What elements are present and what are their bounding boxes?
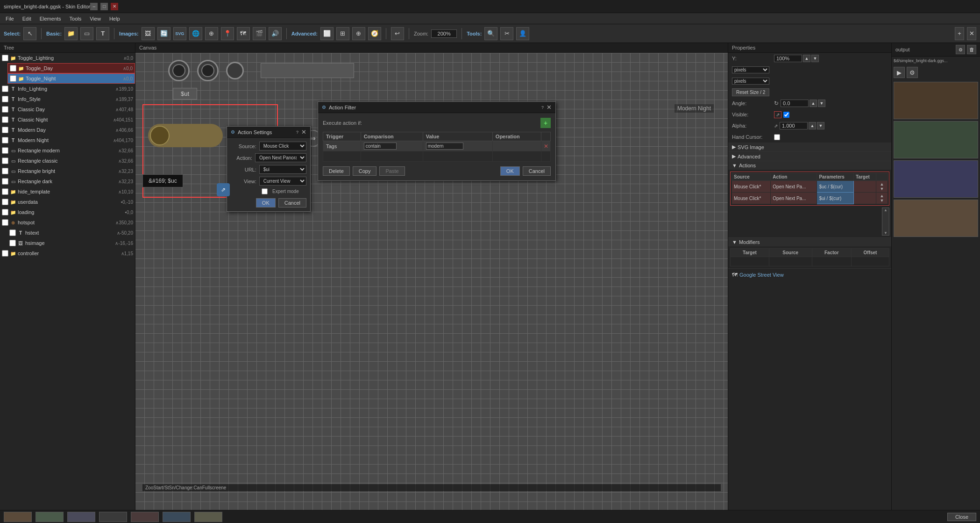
tree-checkbox-5[interactable]: [2, 96, 8, 102]
prop-angle-down[interactable]: ▼: [818, 100, 825, 107]
tree-item-classic-night[interactable]: T Classic Night ∧404,151: [0, 115, 135, 125]
tree-item-hsimage[interactable]: 🖼 hsimage ∧-16,-16: [7, 238, 135, 248]
tree-checkbox-16[interactable]: [2, 209, 8, 215]
action-settings-close[interactable]: ✕: [301, 129, 306, 136]
bottom-thumb-6[interactable]: [163, 512, 191, 522]
close-button[interactable]: ✕: [111, 3, 118, 10]
close-button-bottom[interactable]: Close: [947, 513, 976, 521]
action-settings-ok[interactable]: OK: [256, 198, 276, 208]
output-thumb-1[interactable]: [894, 82, 978, 119]
action-row-1[interactable]: Mouse Click* Open Next Pa... $uc / $(cur…: [732, 181, 888, 193]
tree-checkbox-20[interactable]: [2, 250, 8, 257]
output-thumb-4[interactable]: [894, 200, 978, 237]
tree-checkbox-18[interactable]: [9, 229, 16, 236]
output-trash-button[interactable]: 🗑: [967, 45, 976, 54]
prop-angle-input[interactable]: [781, 100, 809, 107]
bottom-thumb-7[interactable]: [194, 512, 222, 522]
adv-btn4[interactable]: 🧭: [368, 27, 381, 40]
far-btn1[interactable]: +: [955, 27, 964, 40]
filter-delete-button[interactable]: Delete: [323, 166, 350, 176]
prop-angle-up[interactable]: ▲: [810, 100, 817, 107]
output-gear-button[interactable]: ⚙: [907, 67, 918, 78]
pixels-select-2[interactable]: pixels: [732, 78, 769, 85]
tools-person-button[interactable]: 👤: [516, 27, 529, 40]
tree-checkbox-12[interactable]: [2, 168, 8, 174]
tree-item-controller[interactable]: 📁 controller ∧1,15: [0, 248, 135, 258]
filter-paste-button[interactable]: Paste: [379, 166, 405, 176]
basic-rect-button[interactable]: ▭: [80, 27, 93, 40]
action-settings-cancel[interactable]: Cancel: [278, 198, 306, 208]
pin-button[interactable]: 📍: [221, 27, 234, 40]
tree-item-toggle-lighting[interactable]: 📁 Toggle_Lighting ∧0,0: [0, 53, 135, 63]
tree-item-toggle-night[interactable]: 📁 Toggle_Night ∧0,0: [7, 73, 135, 84]
tree-item-rect-modern[interactable]: ▭ Rectangle modern ∧32,66: [0, 145, 135, 156]
share-button[interactable]: ⇗: [217, 183, 230, 196]
tree-checkbox-3[interactable]: [10, 75, 16, 82]
tree-checkbox-19[interactable]: [9, 240, 16, 246]
tree-item-rect-bright[interactable]: ▭ Rectangle bright ∧32,23: [0, 166, 135, 176]
source-select[interactable]: Mouse Click: [259, 142, 306, 150]
svg-image-header[interactable]: ▶ SVG Image: [728, 143, 891, 151]
tree-item-info-lighting[interactable]: T Info_Lighting ∧189,10: [0, 84, 135, 94]
tree-item-modern-night[interactable]: T Modern Night ∧404,170: [0, 135, 135, 145]
tree-checkbox-2[interactable]: [10, 65, 16, 72]
prop-alpha-input[interactable]: [780, 122, 808, 129]
image-button[interactable]: 🖼: [142, 27, 155, 40]
menu-view[interactable]: View: [86, 15, 105, 22]
bottom-thumb-4[interactable]: [99, 512, 127, 522]
prop-visible-checkbox[interactable]: [783, 112, 789, 118]
action-settings-header[interactable]: ⚙ Action Settings ? ✕: [227, 127, 310, 138]
tree-checkbox-14[interactable]: [2, 188, 8, 195]
tools-search-button[interactable]: 🔍: [484, 27, 497, 40]
filter-help-button[interactable]: ?: [541, 105, 544, 110]
bottom-thumb-3[interactable]: [67, 512, 95, 522]
filter-cancel-button[interactable]: Cancel: [523, 166, 551, 176]
prop-y-down[interactable]: ▼: [811, 55, 819, 62]
google-street-view-link[interactable]: Google Street View: [739, 272, 784, 278]
tree-checkbox-4[interactable]: [2, 86, 8, 92]
action-row1-up[interactable]: ▲: [878, 182, 886, 186]
film-button[interactable]: 🎬: [253, 27, 266, 40]
toggle-pill[interactable]: [148, 124, 223, 147]
tree-item-userdata[interactable]: 📁 userdata •0,-10: [0, 197, 135, 207]
undo-button[interactable]: ↩: [391, 27, 404, 40]
prop-hand-cursor-checkbox[interactable]: [774, 134, 780, 140]
tree-checkbox-9[interactable]: [2, 137, 8, 143]
filter-copy-button[interactable]: Copy: [353, 166, 377, 176]
view-select[interactable]: Current View: [259, 177, 306, 186]
action-select[interactable]: Open Next Panorama: [255, 153, 306, 162]
bottom-thumb-1[interactable]: [4, 512, 32, 522]
tree-item-classic-day[interactable]: T Classic Day ∧407,48: [0, 104, 135, 115]
action-row2-up[interactable]: ▲: [878, 193, 886, 198]
tree-checkbox-11[interactable]: [2, 158, 8, 164]
tree-item-rect-classic[interactable]: ▭ Rectangle classic ∧32,66: [0, 156, 135, 166]
filter-comparison-input[interactable]: [364, 143, 397, 150]
tree-checkbox-8[interactable]: [2, 127, 8, 133]
action-settings-help[interactable]: ?: [296, 130, 298, 135]
tools-crop-button[interactable]: ✂: [500, 27, 513, 40]
url-select[interactable]: $ui: [259, 165, 306, 174]
menu-help[interactable]: Help: [106, 15, 124, 22]
action-row-2[interactable]: Mouse Click* Open Next Pa... $ui / $(cur…: [732, 193, 888, 204]
expert-mode-checkbox[interactable]: [262, 188, 268, 194]
tree-item-toggle-day[interactable]: 📁 Toggle_Day ∧0,0: [7, 63, 135, 73]
action-row2-down[interactable]: ▼: [878, 198, 886, 203]
modifiers-section-header[interactable]: ▼ Modifiers: [728, 238, 891, 246]
tree-item-loading[interactable]: 📁 loading •0,0: [0, 207, 135, 217]
tree-item-modern-day[interactable]: T Modern Day ∧406,66: [0, 125, 135, 135]
tree-item-info-style[interactable]: T Info_Style ∧189,37: [0, 94, 135, 104]
tree-item-hstext[interactable]: T hstext ∧-50,20: [7, 228, 135, 238]
bottom-thumb-5[interactable]: [131, 512, 159, 522]
filter-close-button[interactable]: ✕: [547, 104, 552, 111]
reset-size-button[interactable]: Reset Size / 2: [732, 88, 769, 96]
adv-btn3[interactable]: ⊕: [352, 27, 365, 40]
svg-button[interactable]: SVG: [173, 27, 186, 40]
tree-item-hide-template[interactable]: 📁 hide_template ∧10,10: [0, 186, 135, 197]
nav-button[interactable]: ⊕: [205, 27, 218, 40]
globe-button[interactable]: 🌐: [189, 27, 202, 40]
map-button[interactable]: 🗺: [237, 27, 250, 40]
tree-checkbox-13[interactable]: [2, 178, 8, 185]
tree-checkbox-10[interactable]: [2, 147, 8, 154]
filter-value-input[interactable]: [426, 143, 463, 150]
prop-y-input[interactable]: [774, 55, 802, 62]
